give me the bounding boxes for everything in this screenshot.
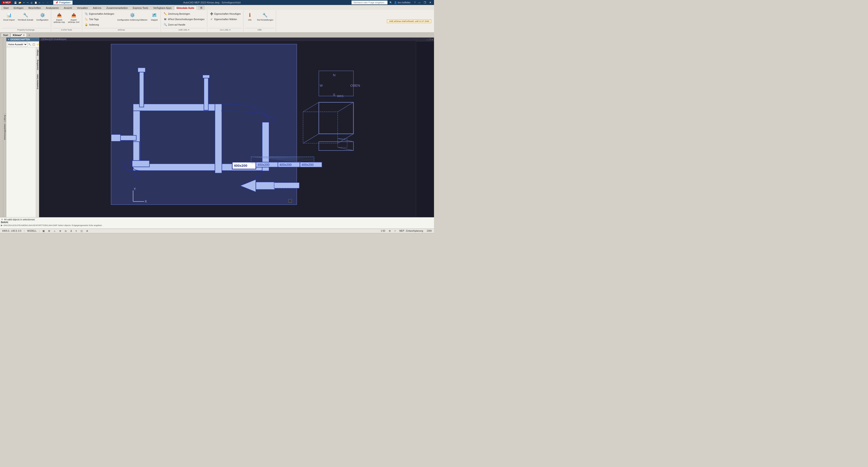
tab-express[interactable]: Express Tools xyxy=(130,6,151,10)
quick-undo[interactable]: ↩ xyxy=(23,1,25,4)
grid-icon[interactable]: ▦ xyxy=(42,230,45,232)
tab-ansicht[interactable]: Ansicht xyxy=(61,6,74,10)
plus-icon[interactable]: + xyxy=(394,230,397,232)
svg-rect-46 xyxy=(303,112,338,143)
freigeben-button[interactable]: 📌 Freigeben xyxy=(53,0,73,5)
quick-separator: | xyxy=(51,1,51,4)
konfiguration-label: Konfiguration xyxy=(36,19,49,21)
properties-select[interactable]: Keine Auswahl xyxy=(7,42,27,46)
props-tool-2[interactable]: 📋 xyxy=(32,42,35,46)
mini-view-panel: — ❐ ✕ xyxy=(416,37,434,217)
eigenschaften-anhaengen-button[interactable]: 📎 Eigenschaften Anhängen xyxy=(84,11,115,16)
ame-utils-items: ✏️ Zeichnung Bereinigen M MText Überschr… xyxy=(162,11,206,28)
mtext-label: MText Überschreibungen Bereinigen xyxy=(168,18,205,21)
quick-redo[interactable]: ↪ xyxy=(26,1,29,4)
export-eklimax-imp-button[interactable]: 📤 ExporteKlimax Imp xyxy=(53,11,66,24)
konfiguration-iso-icon: ⚙️ xyxy=(129,12,135,18)
tab-addins[interactable]: Add-ins xyxy=(91,6,104,10)
status-bar: 8405.0, -146.9, 0.0 | MODELL | ▦ ⊞ ⊥ ⊕ ◎… xyxy=(0,228,434,233)
model-toggle[interactable]: MODELL xyxy=(27,230,37,232)
tab-apps[interactable]: Verfügbare Apps xyxy=(151,6,174,10)
tab-beschriften[interactable]: Beschriften xyxy=(26,6,43,10)
minimize-btn[interactable]: — xyxy=(417,1,422,4)
user-icon: 👤 xyxy=(394,1,397,4)
dyn-icon[interactable]: Δ xyxy=(69,230,73,232)
props-tool-1[interactable]: 🔧 xyxy=(28,42,31,46)
snap-icon[interactable]: ⊞ xyxy=(47,230,51,232)
zeichnung-icon: ✏️ xyxy=(163,12,167,15)
quick-open[interactable]: 📂 xyxy=(18,1,22,4)
svg-text:N: N xyxy=(333,73,336,77)
fm-block-label: FM Block Extrakt xyxy=(18,19,33,21)
app-logo: A MEP xyxy=(2,1,12,4)
isolierung-button[interactable]: 🔒 Isolierung xyxy=(84,22,115,27)
tab-analysieren[interactable]: Analysieren xyxy=(43,6,61,10)
mapper-button[interactable]: 🗺️ Mapper xyxy=(149,11,159,22)
tab-zusammenarbeiten[interactable]: Zusammenarbeiten xyxy=(104,6,130,10)
tab-start[interactable]: Start xyxy=(1,6,11,10)
properties-panel: ▼ EIGENSCHAFTEN Keine Auswahl 🔧 📋 ⚡ Desi… xyxy=(6,37,39,217)
ortho-icon[interactable]: ⊥ xyxy=(53,230,57,232)
mini-minimize-btn[interactable]: — xyxy=(426,38,429,41)
properties-expand-icon[interactable]: ▼ xyxy=(8,38,9,40)
ame-utils-group-label: AME.Utils ▼ xyxy=(162,28,206,31)
werkzeugpaletten-tab[interactable]: Werkzeugpaletten - Lüftung xyxy=(3,113,6,141)
search-icon[interactable]: 🔍 xyxy=(389,1,393,4)
quick-print[interactable]: 🖨 xyxy=(30,1,33,4)
quick-back[interactable]: ← xyxy=(42,1,45,4)
mini-close-btn[interactable]: ✕ xyxy=(432,38,433,41)
konfiguration-button[interactable]: ⚙️ Konfiguration xyxy=(35,11,50,22)
tote-tags-icon: 🏷️ xyxy=(85,18,88,21)
model-layout-tabs: Modell Arbeit + xyxy=(0,233,434,234)
export-eklimax-xml-button[interactable]: 📤 ExporteKlimax Xml xyxy=(67,11,81,24)
mtext-button[interactable]: M MText Überschreibungen Bereinigen xyxy=(162,17,206,22)
polar-icon[interactable]: ⊕ xyxy=(58,230,62,232)
tool-einstellungen-button[interactable]: 🔧 Tool Einstellungen xyxy=(256,11,275,22)
tab-klimax-close[interactable]: ✕ xyxy=(23,34,25,36)
zoom-handle-button[interactable]: 🔍 Zoom auf Handle xyxy=(162,22,206,27)
mapper-icon: 🗺️ xyxy=(151,12,157,18)
tab-klimax-doc[interactable]: Klimax* ✕ xyxy=(11,33,27,37)
konfiguration-iso-button[interactable]: ⚙️ Konfiguration Isolierung Editieren xyxy=(116,11,149,22)
tab-ekkodale[interactable]: Ekkodale.Suite xyxy=(174,6,197,10)
tote-tags-button[interactable]: 🏷️ Tote Tags xyxy=(84,17,115,22)
darstellung-tab[interactable]: Darstellung xyxy=(36,58,39,72)
eigenschaften-waehlen-button[interactable]: ✓ Eigenschaften Wählen xyxy=(209,17,242,22)
tab-add-button[interactable]: + xyxy=(27,33,32,37)
workspace-mode[interactable]: MEP - Entwurfsplanung xyxy=(399,230,424,232)
drawing-canvas-area[interactable]: [-]|Oben||2D-Drahtkörper| xyxy=(39,37,416,217)
tab-verwalten[interactable]: Verwalten xyxy=(74,6,90,10)
drawing-viewport[interactable]: 400x200 400x200 400x200 400x200 xyxy=(39,41,416,217)
zeichnung-bereinigen-button[interactable]: ✏️ Zeichnung Bereinigen xyxy=(162,11,206,16)
quick-save[interactable]: 💾 xyxy=(13,1,17,4)
svg-rect-11 xyxy=(138,68,145,72)
search-input[interactable] xyxy=(351,0,388,4)
annotation-scale[interactable]: 1:50 xyxy=(380,230,386,232)
excel-import-button[interactable]: 📊 Excel Import xyxy=(2,11,16,22)
tab-expand[interactable]: ⊞ xyxy=(198,5,205,10)
close-btn[interactable]: ✕ xyxy=(428,1,432,4)
tab-start-doc[interactable]: Start xyxy=(1,33,10,37)
eklimax-small-buttons: 📎 Eigenschaften Anhängen 🏷️ Tote Tags 🔒 … xyxy=(84,11,115,27)
ribbon-group-ame-utils: ✏️ Zeichnung Bereinigen M MText Überschr… xyxy=(161,10,207,32)
info-button[interactable]: ℹ Info xyxy=(245,11,255,22)
settings-icon[interactable]: ⚙ xyxy=(388,230,392,232)
restore-btn[interactable]: ❐ xyxy=(423,1,427,4)
quick-forward[interactable]: → xyxy=(46,1,49,4)
transparency-icon[interactable]: ◫ xyxy=(80,230,84,232)
help-btn[interactable]: ? xyxy=(414,1,416,4)
eigenschaften-hinzufuegen-button[interactable]: ➕ Eigenschaften Hinzufügen xyxy=(209,11,242,16)
export-xml-label: ExporteKlimax Xml xyxy=(68,19,80,23)
tab-einfuegen[interactable]: Einfügen xyxy=(11,6,26,10)
mini-restore-btn[interactable]: ❐ xyxy=(429,38,431,41)
quick-plot[interactable]: 📋 xyxy=(34,1,37,4)
lineweight-icon[interactable]: ≡ xyxy=(75,230,78,232)
erweiterte-daten-tab[interactable]: Erweiterte Daten xyxy=(36,72,39,91)
osnap-icon[interactable]: ◎ xyxy=(64,230,68,232)
svg-rect-47 xyxy=(319,142,353,151)
design-tab[interactable]: Design xyxy=(36,48,39,58)
fm-block-extrakt-button[interactable]: 🔧 FM Block Extrakt xyxy=(17,11,34,22)
command-x-btn[interactable]: ✕ xyxy=(1,218,3,221)
quick-undo2[interactable]: ⎌ xyxy=(38,1,41,4)
sel-cycling-icon[interactable]: ⊕ xyxy=(85,230,89,232)
